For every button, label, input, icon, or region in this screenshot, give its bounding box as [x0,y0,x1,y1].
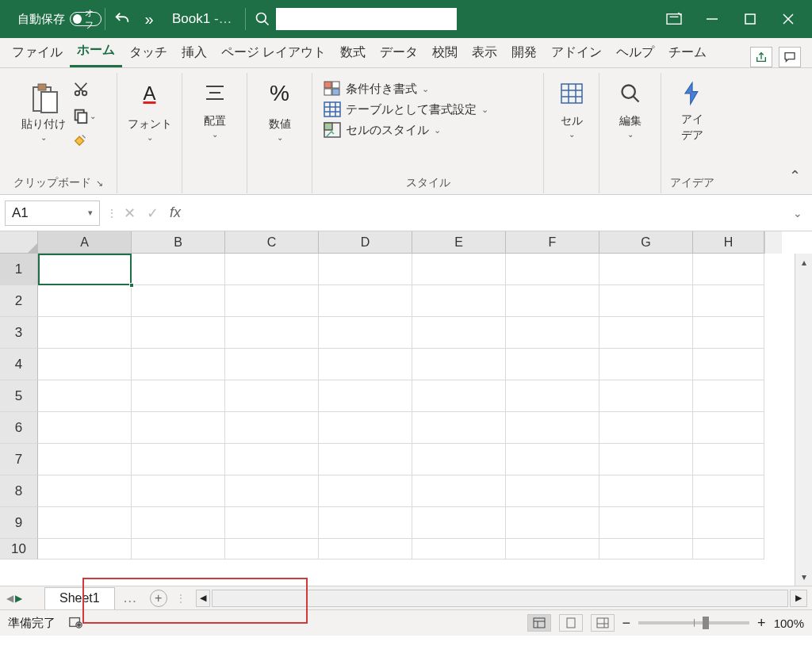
cell[interactable] [599,380,693,412]
tab-home[interactable]: ホーム [70,37,122,67]
tab-touch[interactable]: タッチ [122,40,174,67]
cell[interactable] [693,380,764,412]
row-header-10[interactable]: 10 [0,539,38,559]
cell[interactable] [693,254,764,285]
cell[interactable] [225,254,319,285]
cell[interactable] [412,475,506,507]
cell-styles-button[interactable]: セルのスタイル⌄ [324,122,532,138]
format-painter-button[interactable] [72,131,96,151]
row-header-8[interactable]: 8 [0,475,38,507]
cell[interactable] [412,444,506,475]
tab-team[interactable]: チーム [661,40,714,67]
cell[interactable] [599,444,693,475]
cell[interactable] [506,254,599,285]
cancel-icon[interactable]: ✕ [124,204,136,222]
col-header-F[interactable]: F [506,231,599,254]
scroll-down-icon[interactable]: ▾ [802,571,806,582]
name-box[interactable]: A1 ▾ [5,200,100,226]
cell[interactable] [506,412,599,444]
cell[interactable] [319,444,412,475]
cell[interactable] [599,349,693,380]
enter-icon[interactable]: ✓ [147,204,159,222]
comments-button[interactable] [779,47,801,67]
new-sheet-button[interactable]: + [150,590,167,607]
tab-developer[interactable]: 開発 [504,40,544,67]
undo-button[interactable] [109,6,136,32]
cell[interactable] [599,285,693,317]
cell[interactable] [506,380,599,412]
cell[interactable] [225,317,319,349]
cell[interactable] [38,444,132,475]
row-header-6[interactable]: 6 [0,412,38,444]
cell[interactable] [319,380,412,412]
cell[interactable] [319,539,412,559]
cell[interactable] [412,254,506,285]
cell[interactable] [132,507,225,539]
zoom-out-button[interactable]: − [622,615,631,632]
col-header-H[interactable]: H [693,231,764,254]
tab-page-layout[interactable]: ページ レイアウト [214,40,333,67]
cell[interactable] [225,412,319,444]
cell[interactable] [225,444,319,475]
cell[interactable] [132,285,225,317]
sheet-more-icon[interactable]: … [123,590,139,606]
cell[interactable] [319,412,412,444]
col-header-B[interactable]: B [132,231,225,254]
view-page-layout-button[interactable] [559,614,583,632]
cell[interactable] [412,349,506,380]
cells-button[interactable]: セル ⌄ [560,82,584,139]
cell[interactable] [506,317,599,349]
col-header-A[interactable]: A [38,231,132,254]
cell[interactable] [412,412,506,444]
cell[interactable] [38,507,132,539]
qat-more-button[interactable]: » [136,6,163,32]
ideas-button[interactable]: アイ デア [681,81,703,143]
sheet-tab[interactable]: Sheet1 [44,587,115,609]
col-header-C[interactable]: C [225,231,319,254]
tab-help[interactable]: ヘルプ [609,40,661,67]
cell[interactable] [693,412,764,444]
cell[interactable] [506,444,599,475]
zoom-level[interactable]: 100% [774,617,804,630]
cell[interactable] [38,412,132,444]
cell[interactable] [599,412,693,444]
view-page-break-button[interactable] [591,614,615,632]
cell[interactable] [38,285,132,317]
minimize-button[interactable] [695,6,730,32]
cell[interactable] [132,380,225,412]
format-as-table-button[interactable]: テーブルとして書式設定⌄ [324,101,532,117]
tab-view[interactable]: 表示 [465,40,504,67]
search-input[interactable] [276,8,457,30]
expand-formula-bar-button[interactable]: ⌄ [793,207,802,220]
cell[interactable] [319,349,412,380]
cell[interactable] [693,285,764,317]
cell[interactable] [38,349,132,380]
cell[interactable] [132,412,225,444]
cell[interactable] [693,539,764,559]
scroll-up-icon[interactable]: ▴ [802,257,806,268]
cell[interactable] [38,254,132,285]
sheet-nav-next[interactable]: ▶ [15,593,22,604]
tab-formulas[interactable]: 数式 [333,40,373,67]
cell[interactable] [693,444,764,475]
tab-data[interactable]: データ [373,40,425,67]
cell[interactable] [132,349,225,380]
cell[interactable] [599,539,693,559]
cell[interactable] [599,475,693,507]
tab-file[interactable]: ファイル [5,40,70,67]
col-header-E[interactable]: E [412,231,506,254]
row-header-2[interactable]: 2 [0,285,38,317]
cell[interactable] [38,539,132,559]
cell[interactable] [693,507,764,539]
close-button[interactable] [771,6,806,32]
cell[interactable] [225,539,319,559]
share-button[interactable] [750,47,772,67]
cell[interactable] [225,380,319,412]
cell[interactable] [412,285,506,317]
view-normal-button[interactable] [527,614,551,632]
row-header-7[interactable]: 7 [0,444,38,475]
search-icon[interactable] [249,6,276,32]
cell[interactable] [132,539,225,559]
row-header-4[interactable]: 4 [0,349,38,380]
cell[interactable] [693,475,764,507]
